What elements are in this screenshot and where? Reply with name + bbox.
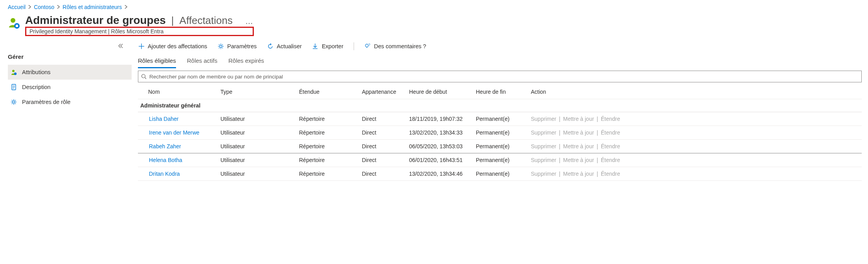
cell-name: Rabeh Zaher bbox=[138, 140, 217, 153]
main-content: Ajouter des affectations Paramètres Actu… bbox=[132, 36, 868, 181]
cell-start: 06/01/2020, 16h43:51 bbox=[405, 153, 472, 167]
add-assignments-button[interactable]: Ajouter des affectations bbox=[138, 43, 207, 50]
separator: | bbox=[594, 129, 601, 136]
action-remove[interactable]: Supprimer bbox=[531, 143, 556, 149]
cell-start: 06/05/2020, 13h53:03 bbox=[405, 140, 472, 153]
column-header-end[interactable]: Heure de fin bbox=[472, 85, 527, 99]
search-icon bbox=[141, 73, 147, 80]
search-input[interactable] bbox=[149, 74, 859, 80]
cell-start: 13/02/2020, 13h34:33 bbox=[405, 126, 472, 140]
table-row[interactable]: Irene van der MerweUtilisateurRépertoire… bbox=[138, 126, 862, 140]
action-remove[interactable]: Supprimer bbox=[531, 157, 556, 163]
table-row[interactable]: Rabeh ZaherUtilisateurRépertoireDirect06… bbox=[138, 140, 862, 153]
cell-type: Utilisateur bbox=[217, 140, 295, 153]
export-button[interactable]: Exporter bbox=[312, 43, 343, 50]
page-title: Administrateur de groupes bbox=[25, 14, 166, 27]
table-row[interactable]: Dritan KodraUtilisateurRépertoireDirect1… bbox=[138, 167, 862, 181]
cell-start: 13/02/2020, 13h34:46 bbox=[405, 167, 472, 181]
svg-point-0 bbox=[11, 18, 15, 23]
separator: | bbox=[556, 171, 563, 177]
page-header: Administrateur de groupes | Affectations… bbox=[0, 13, 868, 36]
toolbar-label: Ajouter des affectations bbox=[148, 43, 207, 49]
table-header-row: Nom Type Étendue Appartenance Heure de d… bbox=[138, 85, 862, 99]
svg-point-2 bbox=[12, 70, 15, 72]
member-link[interactable]: Helena Botha bbox=[149, 157, 182, 163]
toolbar-label: Paramètres bbox=[227, 43, 257, 49]
member-link[interactable]: Lisha Daher bbox=[149, 116, 179, 122]
action-remove[interactable]: Supprimer bbox=[531, 171, 556, 177]
tab-expired-roles[interactable]: Rôles expirés bbox=[228, 55, 264, 68]
more-icon[interactable]: … bbox=[238, 17, 254, 26]
action-remove[interactable]: Supprimer bbox=[531, 116, 556, 122]
tab-active-roles[interactable]: Rôles actifs bbox=[187, 55, 218, 68]
cell-end: Permanent(e) bbox=[472, 140, 527, 153]
action-update[interactable]: Mettre à jour bbox=[563, 157, 594, 163]
column-header-action[interactable]: Action bbox=[527, 85, 862, 99]
action-extend[interactable]: Étendre bbox=[601, 143, 620, 149]
cell-end: Permanent(e) bbox=[472, 167, 527, 181]
svg-text:?: ? bbox=[368, 43, 370, 47]
cell-start: 18/11/2019, 19h07:32 bbox=[405, 112, 472, 126]
member-link[interactable]: Irene van der Merwe bbox=[149, 129, 199, 136]
action-update[interactable]: Mettre à jour bbox=[563, 143, 594, 149]
chevron-right-icon bbox=[57, 4, 60, 10]
svg-line-14 bbox=[15, 104, 16, 104]
breadcrumb-item-tenant[interactable]: Contoso bbox=[34, 4, 54, 10]
settings-button[interactable]: Paramètres bbox=[217, 43, 257, 50]
separator: | bbox=[556, 157, 563, 163]
action-extend[interactable]: Étendre bbox=[601, 157, 620, 163]
cell-membership: Direct bbox=[358, 167, 405, 181]
separator: | bbox=[594, 157, 601, 163]
tab-eligible-roles[interactable]: Rôles éligibles bbox=[138, 55, 176, 68]
action-extend[interactable]: Étendre bbox=[601, 129, 620, 136]
column-header-start[interactable]: Heure de début bbox=[405, 85, 472, 99]
sidebar-item-label: Attributions bbox=[22, 69, 51, 75]
context-bar-highlighted: Privileged Identity Management | Rôles M… bbox=[25, 27, 254, 36]
cell-end: Permanent(e) bbox=[472, 126, 527, 140]
action-update[interactable]: Mettre à jour bbox=[563, 171, 594, 177]
svg-point-30 bbox=[365, 44, 369, 47]
table-row[interactable]: Helena BothaUtilisateurRépertoireDirect0… bbox=[138, 153, 862, 167]
group-label: Administrateur général bbox=[138, 99, 862, 112]
cell-scope: Répertoire bbox=[295, 167, 358, 181]
user-icon bbox=[10, 69, 17, 76]
cell-type: Utilisateur bbox=[217, 126, 295, 140]
separator: | bbox=[556, 116, 563, 122]
cell-end: Permanent(e) bbox=[472, 112, 527, 126]
svg-point-3 bbox=[14, 73, 17, 75]
table-row[interactable]: Lisha DaherUtilisateurRépertoireDirect18… bbox=[138, 112, 862, 126]
refresh-icon bbox=[267, 43, 273, 50]
action-update[interactable]: Mettre à jour bbox=[563, 116, 594, 122]
breadcrumb-item-home[interactable]: Accueil bbox=[8, 4, 26, 10]
column-header-scope[interactable]: Étendue bbox=[295, 85, 358, 99]
sidebar: Gérer Attributions Description Paramètre… bbox=[0, 36, 132, 181]
collapse-sidebar-button[interactable] bbox=[8, 43, 132, 49]
sidebar-item-description[interactable]: Description bbox=[8, 80, 132, 95]
sidebar-item-role-settings[interactable]: Paramètres de rôle bbox=[8, 95, 132, 109]
toolbar-label: Des commentaires ? bbox=[374, 43, 426, 49]
column-header-type[interactable]: Type bbox=[217, 85, 295, 99]
column-header-name[interactable]: Nom bbox=[138, 85, 217, 99]
cell-membership: Direct bbox=[358, 140, 405, 153]
member-link[interactable]: Dritan Kodra bbox=[149, 171, 180, 177]
action-update[interactable]: Mettre à jour bbox=[563, 129, 594, 136]
search-box[interactable] bbox=[138, 71, 862, 82]
cell-type: Utilisateur bbox=[217, 167, 295, 181]
breadcrumb-item-roles[interactable]: Rôles et administrateurs bbox=[62, 4, 122, 10]
svg-point-32 bbox=[142, 75, 145, 78]
column-header-membership[interactable]: Appartenance bbox=[358, 85, 405, 99]
cell-name: Irene van der Merwe bbox=[138, 126, 217, 140]
tab-strip: Rôles éligibles Rôles actifs Rôles expir… bbox=[138, 55, 862, 68]
action-remove[interactable]: Supprimer bbox=[531, 129, 556, 136]
sidebar-item-assignments[interactable]: Attributions bbox=[8, 65, 132, 80]
separator: | bbox=[556, 143, 563, 149]
chevron-right-icon bbox=[28, 4, 31, 10]
cell-scope: Répertoire bbox=[295, 126, 358, 140]
refresh-button[interactable]: Actualiser bbox=[267, 43, 302, 50]
chevron-right-icon bbox=[124, 4, 128, 10]
member-link[interactable]: Rabeh Zaher bbox=[149, 143, 181, 149]
cell-end: Permanent(e) bbox=[472, 153, 527, 167]
action-extend[interactable]: Étendre bbox=[601, 171, 620, 177]
action-extend[interactable]: Étendre bbox=[601, 116, 620, 122]
feedback-button[interactable]: ? Des commentaires ? bbox=[364, 43, 426, 50]
